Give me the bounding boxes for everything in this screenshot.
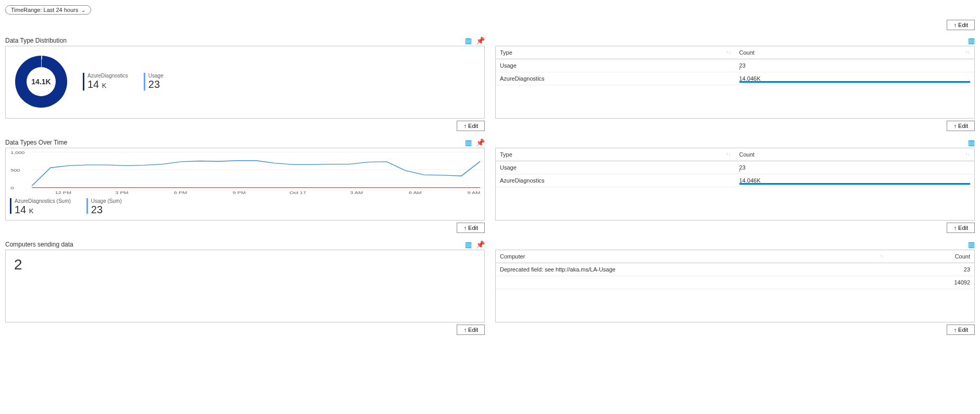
table-computer-count: Computer↑↓ Count↑↓ Deprecated field: see… xyxy=(496,250,974,289)
svg-text:3 PM: 3 PM xyxy=(115,190,128,195)
log-analytics-icon[interactable]: ▥ xyxy=(968,138,975,147)
edit-button[interactable]: ↑ Edit xyxy=(947,121,975,131)
legend-item-usage: Usage 23 xyxy=(144,73,164,90)
edit-button[interactable]: ↑ Edit xyxy=(457,121,485,131)
svg-text:9 PM: 9 PM xyxy=(233,190,246,195)
edit-button[interactable]: ↑ Edit xyxy=(457,223,485,233)
edit-button[interactable]: ↑ Edit xyxy=(457,325,485,335)
table-row[interactable]: AzureDiagnostics14.046K xyxy=(496,174,974,187)
table-row[interactable]: AzureDiagnostics14.046K xyxy=(496,72,974,85)
panel-title: Computers sending data xyxy=(5,241,73,248)
line-chart: 1,000 500 0 12 PM3 PM6 PM9 PMOct 173 AM6… xyxy=(7,149,483,196)
table-row[interactable]: 14092 xyxy=(496,276,974,289)
panel-data-types-over-time: Data Types Over Time ▥ 📌 1,000 500 0 12 … xyxy=(5,136,485,233)
pin-icon[interactable]: 📌 xyxy=(476,138,485,147)
log-analytics-icon[interactable]: ▥ xyxy=(465,138,472,147)
legend-item-azurediagnostics-sum: AzureDiagnostics (Sum) 14 K xyxy=(10,198,71,216)
edit-button[interactable]: ↑ Edit xyxy=(947,223,975,233)
svg-text:9 AM: 9 AM xyxy=(468,190,481,195)
log-analytics-icon[interactable]: ▥ xyxy=(465,240,472,249)
panel-data-type-distribution: Data Type Distribution ▥ 📌 14.1K AzureDi… xyxy=(5,34,485,131)
edit-button[interactable]: ↑ Edit xyxy=(947,325,975,335)
sort-icon[interactable]: ↑↓ xyxy=(965,151,970,157)
sort-icon[interactable]: ↑↓ xyxy=(726,151,731,157)
timerange-filter-pill[interactable]: TimeRange: Last 24 hours ⌄ xyxy=(5,5,91,15)
chevron-down-icon: ⌄ xyxy=(81,7,85,13)
sort-icon[interactable]: ↑↓ xyxy=(965,49,970,55)
panel-distribution-table: ▥ Type↑↓ Count↑↓ Usage23AzureDiagnostics… xyxy=(495,34,975,131)
donut-total: 14.1K xyxy=(31,77,51,86)
svg-text:12 PM: 12 PM xyxy=(55,190,71,195)
edit-button-top[interactable]: ↑ Edit xyxy=(947,20,975,30)
table-type-count: Type↑↓ Count↑↓ Usage23AzureDiagnostics14… xyxy=(496,148,974,187)
table-row[interactable]: Usage23 xyxy=(496,59,974,72)
svg-text:6 AM: 6 AM xyxy=(409,190,422,195)
table-row[interactable]: Deprecated field: see http://aka.ms/LA-U… xyxy=(496,263,974,276)
log-analytics-icon[interactable]: ▥ xyxy=(465,36,472,45)
pin-icon[interactable]: 📌 xyxy=(476,36,485,45)
sort-icon[interactable]: ↑↓ xyxy=(726,49,731,55)
table-type-count: Type↑↓ Count↑↓ Usage23AzureDiagnostics14… xyxy=(496,46,974,85)
computers-count: 2 xyxy=(10,254,480,275)
table-row[interactable]: Usage23 xyxy=(496,161,974,174)
legend-item-azurediagnostics: AzureDiagnostics 14 K xyxy=(83,73,128,90)
panel-computers-sending-data: Computers sending data ▥ 📌 2 ↑ Edit xyxy=(5,238,485,335)
panel-title: Data Types Over Time xyxy=(5,139,67,146)
svg-text:6 PM: 6 PM xyxy=(174,190,187,195)
svg-text:3 AM: 3 AM xyxy=(350,190,363,195)
pin-icon[interactable]: 📌 xyxy=(476,240,485,249)
donut-chart: 14.1K xyxy=(15,56,67,108)
panel-overtime-table: ▥ Type↑↓ Count↑↓ Usage23AzureDiagnostics… xyxy=(495,136,975,233)
svg-text:500: 500 xyxy=(10,168,20,173)
timerange-filter-label: TimeRange: Last 24 hours xyxy=(11,7,78,13)
svg-text:Oct 17: Oct 17 xyxy=(290,190,306,195)
panel-title: Data Type Distribution xyxy=(5,37,67,44)
svg-text:0: 0 xyxy=(10,186,14,190)
svg-text:1,000: 1,000 xyxy=(10,150,24,154)
legend-item-usage-sum: Usage (Sum) 23 xyxy=(86,198,122,216)
log-analytics-icon[interactable]: ▥ xyxy=(968,240,975,249)
sort-icon[interactable]: ↑↓ xyxy=(880,253,884,258)
log-analytics-icon[interactable]: ▥ xyxy=(968,36,975,45)
panel-computers-table: ▥ Computer↑↓ Count↑↓ Deprecated field: s… xyxy=(495,238,975,335)
sort-icon[interactable]: ↑↓ xyxy=(965,253,970,258)
